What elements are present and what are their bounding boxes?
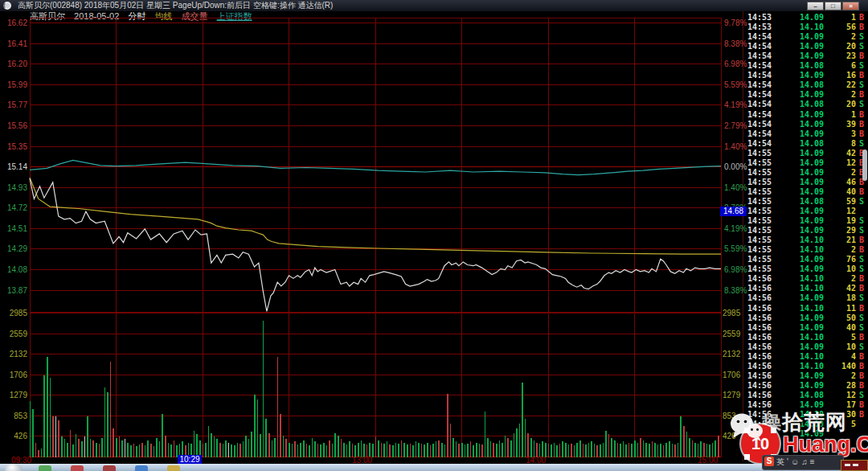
- taskbar-icon-5[interactable]: [167, 465, 180, 471]
- time-and-sales-panel[interactable]: 14:5314.091B14:5314.1056B14:5414.092S14:…: [743, 11, 868, 461]
- window-titlebar: 高斯贝尔(002848) 2018年05月02日 星期三 PageUp/Down…: [0, 0, 868, 11]
- price-axis-label: 14.72: [2, 203, 27, 212]
- pct-axis-label: 8.38%: [724, 39, 756, 48]
- tape-scrollbar-thumb[interactable]: [862, 149, 867, 181]
- price-axis-label: 15.35: [2, 142, 27, 151]
- price-axis-label: 15.77: [2, 100, 27, 109]
- volume-axis-label-left: 1706: [2, 371, 27, 379]
- ime-emoji-icon[interactable]: ☺: [791, 457, 799, 466]
- volume-axis-label-right: 2132: [723, 350, 747, 358]
- pct-axis-label: 5.59%: [724, 80, 756, 89]
- close-button[interactable]: ×: [842, 2, 859, 10]
- volume-axis-label-right: 2985: [723, 309, 747, 317]
- price-axis-label: 13.87: [2, 286, 27, 295]
- tape-row: 14:5514.102B: [743, 245, 868, 255]
- ime-mic-icon[interactable]: ♫: [801, 457, 808, 466]
- tape-row: 14:5414.088S: [743, 139, 868, 149]
- volume-axis-label-right: 1279: [723, 391, 747, 399]
- taskbar-icon-4[interactable]: [135, 465, 148, 471]
- tape-row: 14:5414.091B: [743, 110, 868, 120]
- tape-row: 14:5614.1030B: [743, 410, 868, 420]
- tape-row: 14:5614.0910S: [743, 342, 868, 352]
- tape-row: 14:5514.0912: [743, 207, 868, 216]
- gridlines: [30, 18, 721, 457]
- price-axis-label: 15.56: [2, 121, 27, 130]
- volume-axis-label-left: 853: [2, 412, 27, 420]
- maximize-button[interactable]: □: [825, 2, 841, 10]
- volume-axis-label-right: 426: [723, 432, 747, 440]
- volume-axis-label-right: 2559: [723, 330, 747, 338]
- volume-axis-label-left: 2985: [2, 309, 27, 317]
- tape-row: 14:5414.092B: [743, 90, 868, 100]
- tape-row: 14:5614.09: [743, 429, 868, 439]
- price-axis-label: 14.51: [2, 224, 27, 233]
- intraday-chart[interactable]: [0, 11, 743, 465]
- tape-row: 14:5514.0929S: [743, 226, 868, 236]
- pct-axis-label: 6.98%: [724, 59, 756, 68]
- tape-row: 14:5514.0912B: [743, 158, 868, 168]
- pct-axis-label: 4.19%: [724, 224, 756, 233]
- pct-axis-label: 1.40%: [724, 183, 756, 192]
- price-axis-label: 14.93: [2, 183, 27, 192]
- tape-row: 14:5614.0950S: [743, 313, 868, 323]
- tape-row: 14:5614.0940S: [743, 323, 868, 333]
- pct-axis-label: 6.98%: [724, 265, 756, 274]
- taskbar[interactable]: [0, 464, 868, 471]
- tape-row: 14:5414.0939B: [743, 120, 868, 129]
- cursor-price-label: 14.68: [720, 207, 747, 216]
- tape-row: 14:5614.1011B: [743, 304, 868, 313]
- price-axis-label: 14.08: [2, 265, 27, 274]
- chart-canvas: [0, 11, 743, 465]
- tape-row: 14:5614.095: [743, 420, 868, 429]
- pct-axis-label: 8.38%: [724, 286, 756, 295]
- taskbar-icon-2[interactable]: [71, 465, 84, 471]
- ime-logo-icon[interactable]: S: [764, 457, 774, 466]
- price-axis-label: 15.14: [2, 162, 27, 171]
- tape-row: 14:5514.092B: [743, 168, 868, 178]
- minimize-button[interactable]: –: [807, 2, 824, 10]
- tape-row: 14:5314.091B: [743, 13, 868, 23]
- pct-axis-label: 1.40%: [724, 142, 756, 151]
- tape-row: 14:5614.0812S: [743, 391, 868, 400]
- tape-row: 14:5414.0920S: [743, 42, 868, 51]
- pct-axis-label: 4.19%: [724, 100, 756, 109]
- tape-row: 14:5614.10140B: [743, 362, 868, 371]
- ime-menu-icon[interactable]: ≡: [810, 457, 815, 466]
- tape-row: 14:5614.104B: [743, 352, 868, 362]
- pct-axis-label: 0.00%: [724, 162, 756, 171]
- tape-row: 14:5514.0946B: [743, 178, 868, 187]
- ime-toolbar[interactable]: S英'☺♫≡: [762, 455, 844, 470]
- tape-row: 14:5514.0859S: [743, 197, 868, 207]
- app-icon: [3, 2, 11, 10]
- tape-row: 14:5614.102B: [743, 274, 868, 284]
- tape-row: 14:5514.0910S: [743, 264, 868, 274]
- taskbar-icon-1[interactable]: [39, 465, 51, 471]
- tape-row: 14:5414.0923B: [743, 51, 868, 61]
- ime-lang-toggle[interactable]: 英: [776, 457, 784, 466]
- taskbar-icon-3[interactable]: [103, 465, 116, 471]
- tape-row: 14:5414.086S: [743, 61, 868, 71]
- tape-row: 14:5414.092S: [743, 32, 868, 42]
- tape-row: 14:5514.0942B: [743, 149, 868, 158]
- volume-axis-label-left: 426: [2, 432, 27, 440]
- price-axis-label: 16.20: [2, 59, 27, 68]
- tape-row: 14:5614.0918S: [743, 293, 868, 303]
- tape-row: 15:00: [743, 439, 868, 448]
- tape-row: 14:5514.0940B: [743, 187, 868, 197]
- pct-axis-label: 9.78%: [724, 18, 756, 27]
- tape-row: 14:5514.1021B: [743, 236, 868, 245]
- start-button[interactable]: [5, 464, 23, 471]
- tape-row: 14:5514.0976S: [743, 255, 868, 264]
- tape-row: 14:5614.1042B: [743, 284, 868, 293]
- tape-row: 14:5314.1056B: [743, 23, 868, 32]
- tape-row: 14:5414.0820S: [743, 100, 868, 109]
- volume-axis-label-left: 2559: [2, 330, 27, 338]
- tape-row: 14:5414.093B: [743, 129, 868, 139]
- tape-row: 14:5614.092B: [743, 371, 868, 381]
- volume-axis-label-right: 1706: [723, 371, 747, 379]
- tape-row: 14:5614.0928B: [743, 381, 868, 391]
- volume-axis-label-left: 1279: [2, 391, 27, 399]
- ime-status-box: [841, 460, 868, 471]
- ime-punct-icon[interactable]: ': [787, 457, 788, 466]
- tape-row: 14:5614.0917B: [743, 400, 868, 410]
